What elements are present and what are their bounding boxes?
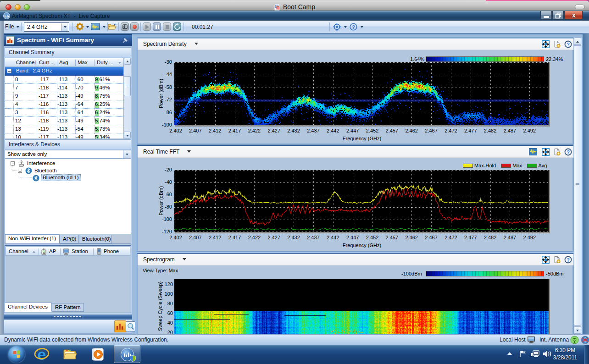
svg-text:?: ? bbox=[567, 257, 570, 263]
svg-text:?: ? bbox=[567, 42, 570, 47]
svg-text:?: ? bbox=[567, 149, 570, 155]
svg-text:?: ? bbox=[352, 24, 355, 30]
